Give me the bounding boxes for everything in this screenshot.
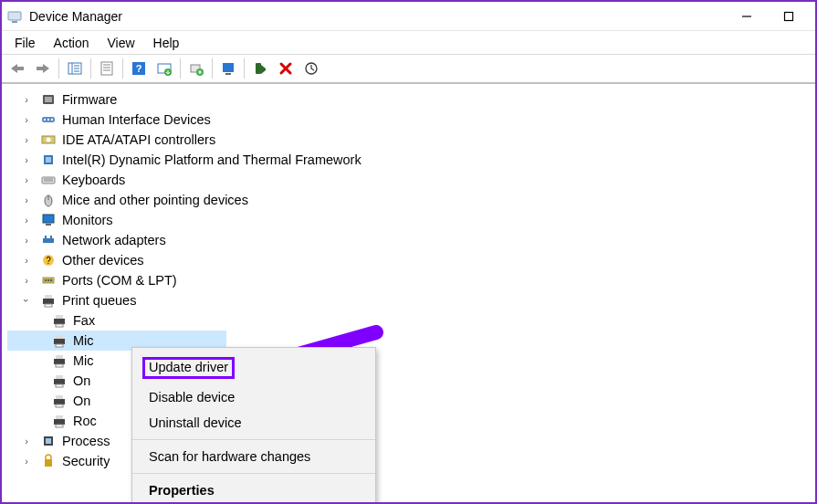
svg-rect-62 bbox=[56, 364, 63, 367]
scan-hardware-button[interactable] bbox=[152, 57, 176, 80]
svg-rect-53 bbox=[45, 304, 52, 307]
menu-action[interactable]: Action bbox=[45, 33, 99, 53]
update-driver-button[interactable] bbox=[184, 57, 208, 80]
svg-rect-69 bbox=[54, 419, 65, 425]
ctx-properties[interactable]: Properties bbox=[132, 478, 375, 503]
chevron-right-icon[interactable]: › bbox=[20, 234, 33, 247]
ctx-uninstall-device[interactable]: Uninstall device bbox=[132, 410, 375, 436]
svg-point-49 bbox=[47, 279, 49, 281]
device-tree[interactable]: › Firmware › Human Interface Devices › I… bbox=[2, 84, 815, 502]
chevron-right-icon[interactable]: › bbox=[20, 133, 33, 146]
chevron-right-icon[interactable]: › bbox=[20, 214, 33, 226]
chevron-down-icon[interactable]: › bbox=[20, 294, 33, 307]
tree-node-security[interactable]: › Security bbox=[7, 451, 815, 471]
properties-button[interactable] bbox=[95, 57, 119, 80]
disable-device-button[interactable] bbox=[248, 57, 272, 80]
printer-icon bbox=[51, 393, 68, 409]
tree-label: Intel(R) Dynamic Platform and Thermal Fr… bbox=[62, 152, 361, 167]
menubar: File Action View Help bbox=[2, 31, 815, 55]
tree-node-hid[interactable]: › Human Interface Devices bbox=[7, 110, 815, 130]
minimize-button[interactable] bbox=[726, 3, 768, 30]
svg-rect-54 bbox=[54, 319, 65, 324]
tree-node-monitors[interactable]: › Monitors bbox=[7, 210, 815, 230]
tree-node-fax[interactable]: Fax bbox=[7, 310, 815, 331]
tree-label: On bbox=[73, 373, 90, 388]
tree-node-printer[interactable]: On bbox=[7, 371, 815, 391]
tree-node-keyboards[interactable]: › Keyboards bbox=[7, 170, 815, 190]
tree-label: Firmware bbox=[62, 92, 117, 107]
tree-label: On bbox=[73, 394, 90, 408]
other-devices-icon: ? bbox=[40, 252, 57, 268]
show-hide-tree-button[interactable] bbox=[63, 57, 87, 80]
printer-icon bbox=[51, 312, 68, 329]
tree-node-firmware[interactable]: › Firmware bbox=[7, 89, 815, 110]
svg-rect-34 bbox=[46, 157, 51, 163]
chevron-right-icon[interactable]: › bbox=[20, 153, 33, 166]
svg-rect-30 bbox=[51, 119, 53, 121]
tree-node-intel[interactable]: › Intel(R) Dynamic Platform and Thermal … bbox=[7, 150, 815, 170]
help-button[interactable]: ? bbox=[127, 57, 151, 80]
tree-node-ide[interactable]: › IDE ATA/ATAPI controllers bbox=[7, 130, 815, 150]
svg-rect-70 bbox=[56, 415, 63, 419]
chevron-right-icon[interactable]: › bbox=[20, 254, 33, 267]
back-button[interactable] bbox=[5, 57, 29, 80]
svg-rect-4 bbox=[16, 67, 24, 70]
tree-node-network[interactable]: › Network adapters bbox=[7, 230, 815, 250]
tree-label: Mic bbox=[73, 333, 94, 348]
ctx-update-driver[interactable]: Update driver bbox=[132, 352, 375, 384]
context-menu-separator bbox=[132, 473, 375, 474]
svg-rect-0 bbox=[8, 12, 21, 20]
svg-point-48 bbox=[45, 279, 47, 281]
tree-node-mice[interactable]: › Mice and other pointing devices bbox=[7, 190, 815, 210]
annotation-highlight: Update driver bbox=[142, 357, 235, 379]
chevron-right-icon[interactable]: › bbox=[20, 93, 33, 106]
svg-point-50 bbox=[50, 279, 52, 281]
svg-rect-63 bbox=[54, 379, 65, 384]
chevron-right-icon[interactable]: › bbox=[20, 274, 33, 287]
chevron-right-icon[interactable]: › bbox=[20, 173, 33, 186]
tree-node-printer[interactable]: Roc bbox=[7, 411, 815, 431]
svg-text:?: ? bbox=[46, 256, 51, 266]
keyboard-icon bbox=[40, 172, 57, 188]
printer-icon bbox=[51, 373, 68, 389]
context-menu-separator bbox=[132, 439, 375, 440]
toolbar-separator bbox=[58, 58, 59, 79]
svg-rect-61 bbox=[56, 355, 63, 359]
ctx-scan-hardware[interactable]: Scan for hardware changes bbox=[132, 444, 375, 469]
titlebar: Device Manager bbox=[2, 2, 815, 31]
mouse-icon bbox=[40, 192, 57, 208]
svg-rect-66 bbox=[54, 399, 65, 404]
ports-icon bbox=[40, 272, 57, 289]
menu-file[interactable]: File bbox=[5, 33, 45, 53]
enable-device-button[interactable] bbox=[216, 57, 240, 80]
tree-node-printer[interactable]: On bbox=[7, 391, 815, 411]
tree-node-print-queues[interactable]: › Print queues bbox=[7, 290, 815, 310]
maximize-button[interactable] bbox=[768, 3, 810, 30]
chevron-right-icon[interactable]: › bbox=[20, 194, 33, 206]
svg-rect-57 bbox=[54, 339, 65, 344]
tree-label: Ports (COM & LPT) bbox=[62, 273, 177, 288]
ctx-disable-device[interactable]: Disable device bbox=[132, 384, 375, 410]
chevron-right-icon[interactable]: › bbox=[20, 435, 33, 447]
refresh-button[interactable] bbox=[299, 57, 323, 80]
chevron-right-icon[interactable]: › bbox=[20, 455, 33, 467]
tree-node-other[interactable]: › ? Other devices bbox=[7, 250, 815, 270]
menu-help[interactable]: Help bbox=[144, 33, 189, 53]
app-icon bbox=[7, 9, 22, 24]
monitor-icon bbox=[40, 212, 57, 228]
tree-node-printer[interactable]: Mic bbox=[7, 351, 815, 371]
svg-rect-44 bbox=[50, 236, 52, 238]
forward-button[interactable] bbox=[31, 57, 55, 80]
tree-node-processors[interactable]: › Process bbox=[7, 431, 815, 451]
svg-rect-26 bbox=[45, 97, 52, 102]
svg-rect-51 bbox=[43, 299, 54, 304]
toolbar: ? bbox=[2, 55, 815, 84]
printer-icon bbox=[51, 332, 68, 349]
uninstall-device-button[interactable] bbox=[274, 57, 298, 80]
tree-node-ports[interactable]: › Ports (COM & LPT) bbox=[7, 270, 815, 290]
tree-label: Human Interface Devices bbox=[62, 112, 211, 127]
chevron-right-icon[interactable]: › bbox=[20, 113, 33, 126]
svg-rect-22 bbox=[225, 73, 231, 75]
menu-view[interactable]: View bbox=[98, 33, 143, 53]
firmware-icon bbox=[40, 91, 57, 108]
